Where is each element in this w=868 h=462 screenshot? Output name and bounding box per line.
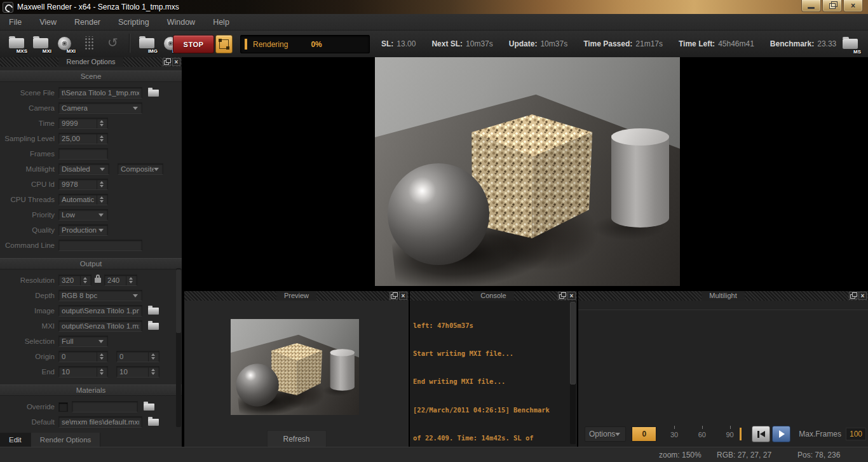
minimize-button[interactable] — [801, 0, 821, 12]
titlebar[interactable]: Maxwell Render - x64 - Senza Titolo 1_tm… — [0, 0, 868, 14]
float-icon — [164, 60, 169, 65]
image-browse-button[interactable] — [146, 306, 160, 316]
stat-update: Update:10m37s — [509, 37, 567, 49]
chevron-down-icon — [98, 214, 104, 217]
spinner-icon[interactable] — [126, 275, 135, 285]
render-viewport[interactable] — [182, 57, 868, 291]
play-button[interactable] — [772, 426, 790, 442]
multilight-header[interactable]: Multilight × — [578, 291, 868, 301]
display-button[interactable] — [78, 33, 100, 53]
tab-edit[interactable]: Edit — [0, 433, 31, 447]
command-line-input[interactable] — [58, 240, 142, 251]
scene-file-browse-button[interactable] — [146, 88, 160, 98]
render-options-header[interactable]: Render Options × — [0, 57, 182, 67]
spinner-icon[interactable] — [97, 133, 106, 144]
save-mxi-button[interactable]: MXI — [53, 33, 76, 53]
time-input[interactable]: 9999 — [58, 118, 108, 129]
scene-file-input[interactable]: t\Senza Titolo 1_tmp.mxs — [58, 87, 142, 99]
override-path-input[interactable] — [72, 401, 138, 412]
frames-input[interactable] — [58, 148, 108, 160]
multilight-dropdown[interactable]: Disabled — [58, 163, 109, 175]
camera-dropdown[interactable]: Camera — [58, 102, 142, 114]
close-panel-button[interactable]: × — [858, 292, 867, 300]
max-frames-input[interactable]: 100 — [846, 428, 866, 440]
cpu-id-input[interactable]: 9978 — [58, 179, 108, 190]
float-panel-button[interactable] — [390, 292, 398, 300]
end-x-input[interactable]: 10 — [58, 366, 108, 377]
refresh-button[interactable]: Refresh — [267, 430, 327, 447]
console-line: Start writing MXI file... — [413, 349, 567, 358]
console-scrollbar[interactable] — [570, 302, 576, 444]
depth-dropdown[interactable]: RGB 8 bpc — [58, 290, 142, 301]
spinner-icon[interactable] — [148, 351, 158, 362]
network-render-button[interactable] — [215, 35, 233, 53]
spinner-icon[interactable] — [97, 194, 106, 205]
console-header[interactable]: Console × — [410, 291, 577, 301]
stop-label: STOP — [184, 41, 204, 48]
default-browse-button[interactable] — [146, 417, 160, 427]
selection-dropdown[interactable]: Full — [58, 336, 108, 347]
preview-image[interactable] — [231, 319, 359, 415]
menu-help[interactable]: Help — [204, 14, 238, 30]
close-button[interactable]: × — [843, 0, 863, 12]
menu-file[interactable]: File — [0, 14, 31, 30]
frame-value-box[interactable]: 0 — [632, 426, 656, 442]
open-mxi-button[interactable]: MXI — [29, 33, 51, 53]
resolution-x-input[interactable]: 320 — [58, 275, 92, 286]
close-panel-button[interactable]: × — [172, 58, 180, 66]
restore-button[interactable] — [822, 0, 842, 12]
console-log[interactable]: left: 47h05m37s Start writing MXI file..… — [413, 302, 567, 445]
menu-scripting[interactable]: Scripting — [109, 14, 158, 30]
priority-dropdown[interactable]: Low — [58, 209, 108, 221]
options-dropdown[interactable]: Options — [585, 426, 626, 442]
spinner-icon[interactable] — [148, 367, 158, 377]
chevron-down-icon — [98, 340, 104, 343]
multilight-controls: Options 0 30 60 90 Max.Frames 100 — [585, 425, 866, 443]
frame-slider[interactable]: 30 60 90 — [659, 425, 738, 443]
spinner-icon[interactable] — [80, 275, 90, 285]
spinner-icon[interactable] — [97, 367, 106, 377]
sampling-level-input[interactable]: 25,00 — [58, 133, 108, 144]
spinner-icon[interactable] — [97, 118, 106, 128]
section-output: Output — [0, 258, 182, 269]
stop-button[interactable]: STOP — [173, 35, 214, 53]
quality-dropdown[interactable]: Production — [58, 224, 108, 236]
menu-render[interactable]: Render — [65, 14, 109, 30]
scene-sphere — [388, 163, 489, 265]
restart-button[interactable]: ↺ — [102, 33, 124, 53]
spinner-icon[interactable] — [97, 179, 106, 189]
float-panel-button[interactable] — [163, 58, 171, 66]
command-line-label: Command Line — [0, 241, 55, 249]
override-checkbox[interactable] — [58, 402, 68, 412]
scrollbar-thumb[interactable] — [176, 269, 181, 333]
menu-window[interactable]: Window — [158, 14, 204, 30]
lock-icon[interactable] — [95, 278, 101, 283]
image-path-input[interactable]: output\Senza Titolo 1.png — [58, 305, 142, 316]
multilight-mode-dropdown[interactable]: Composite — [118, 163, 163, 175]
open-mxs-button[interactable]: MXS — [5, 33, 27, 53]
menu-view[interactable]: View — [31, 14, 65, 30]
close-panel-button[interactable]: × — [399, 292, 407, 300]
scene-cylinder-top — [330, 349, 355, 356]
spinner-icon[interactable] — [97, 351, 106, 362]
float-panel-button[interactable] — [558, 292, 566, 300]
override-browse-button[interactable] — [142, 402, 156, 412]
end-y-input[interactable]: 10 — [116, 366, 159, 377]
scrollbar-thumb[interactable] — [570, 302, 576, 384]
ms-network-button[interactable]: MS — [839, 34, 861, 54]
close-panel-button[interactable]: × — [567, 292, 576, 300]
origin-y-input[interactable]: 0 — [116, 351, 159, 362]
tab-render-options[interactable]: Render Options — [31, 433, 101, 447]
mxi-browse-button[interactable] — [146, 321, 160, 331]
mxi-path-input[interactable]: output\Senza Titolo 1.mxi — [58, 320, 142, 332]
origin-x-input[interactable]: 0 — [58, 351, 108, 362]
go-to-start-button[interactable] — [752, 426, 770, 442]
panel-title: Render Options — [58, 57, 123, 67]
float-panel-button[interactable] — [849, 292, 857, 300]
cpu-threads-input[interactable]: Automatic — [58, 194, 108, 205]
panel-scrollbar[interactable] — [176, 268, 181, 427]
default-material-input[interactable]: se\mxm files\default.mxm — [58, 416, 142, 428]
preview-header[interactable]: Preview × — [184, 291, 409, 301]
open-image-button[interactable]: IMG — [135, 33, 158, 53]
resolution-y-input[interactable]: 240 — [104, 275, 137, 286]
